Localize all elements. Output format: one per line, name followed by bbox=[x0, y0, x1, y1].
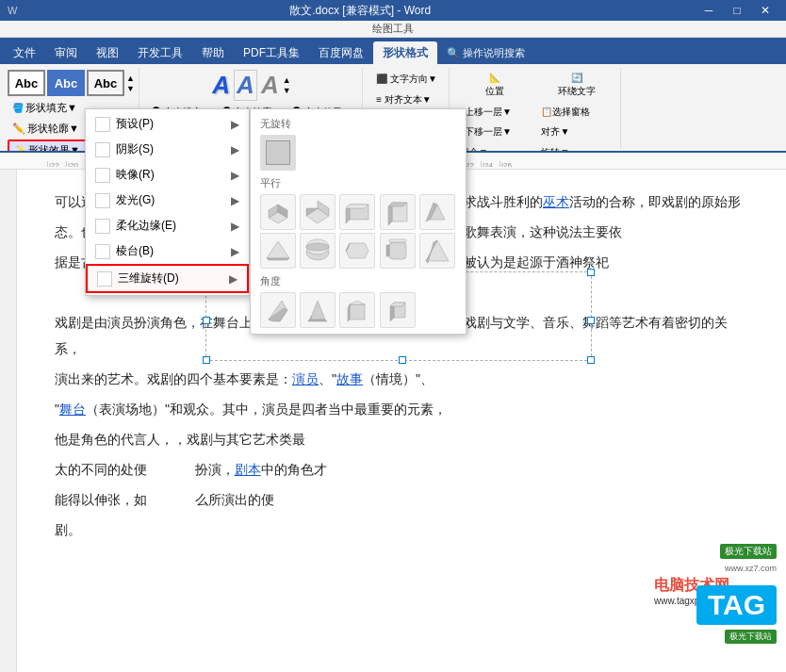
parallel-item-3[interactable] bbox=[339, 194, 375, 230]
wrap-text-btn[interactable]: 🔄 环绕文字 bbox=[536, 70, 616, 101]
arrange-buttons: 📐 位置 🔄 环绕文字 ↑上移一层▼ ↓下移一层▼ 📋选择窗格 对齐▼ 组合▼ … bbox=[455, 70, 616, 153]
rotation-arrow: ▶ bbox=[229, 272, 237, 286]
no-rotation-item[interactable] bbox=[260, 135, 296, 171]
tab-search[interactable]: 🔍 操作说明搜索 bbox=[437, 41, 534, 64]
para-10: 能得以伸张，如 么所演出的便 bbox=[55, 486, 748, 513]
art-text-a3[interactable]: A bbox=[261, 71, 279, 100]
handle-br[interactable] bbox=[587, 356, 595, 364]
align-btn[interactable]: 对齐▼ bbox=[536, 123, 616, 141]
art-scroll-up[interactable]: ▲ bbox=[283, 75, 291, 85]
text-direction-btn[interactable]: ⬛ 文字方向▼ bbox=[371, 70, 442, 89]
rotate-btn[interactable]: 旋转▼ bbox=[536, 143, 616, 153]
parallel-shape-10 bbox=[424, 238, 450, 264]
shape-samples-row: Abc Abc Abc ▲ ▼ bbox=[8, 70, 135, 96]
tab-developer[interactable]: 开发工具 bbox=[128, 41, 192, 64]
parallel-item-10[interactable] bbox=[419, 233, 455, 269]
parallel-shape-1 bbox=[265, 199, 291, 225]
shape-sample-3[interactable]: Abc bbox=[87, 70, 124, 96]
parallel-item-7[interactable] bbox=[300, 233, 336, 269]
close-button[interactable]: ✕ bbox=[752, 2, 778, 19]
preset-label: 预设(P) bbox=[116, 116, 154, 132]
link-actor[interactable]: 演员 bbox=[292, 371, 319, 386]
parallel-shape-2 bbox=[304, 199, 331, 225]
shape-sample-2[interactable]: Abc bbox=[47, 70, 85, 96]
art-text-a2[interactable]: A bbox=[234, 70, 257, 101]
angle-item-4[interactable] bbox=[380, 292, 416, 328]
menu-item-soft-edges[interactable]: 柔化边缘(E) ▶ bbox=[86, 213, 249, 238]
shape-sample-1[interactable]: Abc bbox=[8, 70, 45, 96]
link-story[interactable]: 故事 bbox=[336, 371, 363, 386]
tab-view[interactable]: 视图 bbox=[87, 41, 128, 64]
menu-item-rotation3d[interactable]: 三维旋转(D) ▶ bbox=[86, 264, 249, 293]
art-text-a1[interactable]: A bbox=[212, 71, 230, 100]
svg-marker-29 bbox=[308, 320, 327, 321]
link-script[interactable]: 剧本 bbox=[235, 462, 261, 477]
para-9: 太的不同的处便 扮演，剧本中的角色才 bbox=[55, 456, 748, 483]
bring-forward-btn[interactable]: ↑上移一层▼ bbox=[455, 103, 535, 122]
handle-tr[interactable] bbox=[587, 269, 595, 276]
tab-help[interactable]: 帮助 bbox=[192, 41, 234, 64]
tab-web[interactable]: 百度网盘 bbox=[309, 41, 373, 64]
bevel-arrow: ▶ bbox=[231, 245, 239, 258]
angle-shape-1 bbox=[265, 297, 291, 323]
restore-button[interactable]: □ bbox=[724, 2, 750, 19]
parallel-shape-3 bbox=[344, 199, 370, 225]
handle-bm[interactable] bbox=[399, 356, 406, 364]
effect-icon: ✨ bbox=[13, 144, 26, 153]
send-backward-btn[interactable]: ↓下移一层▼ bbox=[455, 123, 535, 141]
para-6: 演出来的艺术。戏剧的四个基本要素是：演员、"故事（情境）"、 bbox=[55, 366, 748, 392]
reflection-arrow: ▶ bbox=[231, 169, 239, 182]
menu-item-shadow[interactable]: 阴影(S) ▶ bbox=[86, 137, 249, 162]
rotation-check bbox=[97, 271, 112, 287]
parallel-label: 平行 bbox=[254, 172, 462, 192]
align-text-btn[interactable]: ≡ 对齐文本▼ bbox=[371, 90, 442, 109]
select-pane-btn[interactable]: 📋选择窗格 bbox=[536, 103, 616, 122]
angle-item-1[interactable] bbox=[260, 292, 296, 328]
parallel-item-2[interactable] bbox=[300, 194, 336, 230]
link-wizhu[interactable]: 巫术 bbox=[543, 194, 569, 209]
handle-bl[interactable] bbox=[203, 356, 210, 364]
parallel-item-6[interactable] bbox=[260, 233, 296, 269]
preset-check bbox=[95, 117, 110, 132]
group-btn[interactable]: 组合▼ bbox=[455, 143, 535, 153]
parallel-item-4[interactable] bbox=[380, 194, 416, 230]
position-btn[interactable]: 📐 位置 bbox=[455, 70, 535, 101]
menu-item-bevel[interactable]: 棱台(B) ▶ bbox=[86, 238, 249, 264]
angle-shape-2 bbox=[304, 297, 331, 323]
parallel-item-8[interactable] bbox=[339, 233, 375, 269]
tab-file[interactable]: 文件 bbox=[4, 41, 45, 64]
link-stage[interactable]: 舞台 bbox=[59, 402, 86, 417]
no-rotation-items bbox=[254, 133, 462, 172]
parallel-item-1[interactable] bbox=[260, 194, 296, 230]
menu-item-preset[interactable]: 预设(P) ▶ bbox=[86, 111, 249, 137]
rotation-label: 三维旋转(D) bbox=[118, 270, 179, 287]
bevel-label: 棱台(B) bbox=[116, 243, 154, 259]
minimize-button[interactable]: ─ bbox=[696, 2, 722, 19]
menu-item-reflection[interactable]: 映像(R) ▶ bbox=[86, 162, 249, 188]
tab-pdf[interactable]: PDF工具集 bbox=[234, 41, 309, 64]
angle-item-3[interactable] bbox=[339, 292, 375, 328]
handle-ml[interactable] bbox=[203, 317, 210, 324]
scroll-up[interactable]: ▲ bbox=[126, 74, 135, 83]
svg-rect-31 bbox=[350, 304, 365, 320]
word-icon: W bbox=[8, 5, 25, 16]
art-scroll-down[interactable]: ▼ bbox=[283, 86, 291, 95]
tag-label: TAG bbox=[696, 585, 777, 625]
angle-item-2[interactable] bbox=[300, 292, 336, 328]
para-8: 他是角色的代言人，，戏剧与其它艺术类最 bbox=[55, 426, 748, 452]
fill-icon: 🪣 bbox=[12, 103, 24, 113]
menu-item-glow[interactable]: 发光(G) ▶ bbox=[86, 188, 249, 213]
parallel-shape-8 bbox=[344, 238, 370, 264]
svg-rect-21 bbox=[389, 242, 406, 259]
parallel-item-9[interactable] bbox=[380, 233, 416, 269]
para-7: "舞台（表演场地）"和观众。其中，演员是四者当中最重要的元素， bbox=[55, 396, 748, 422]
svg-point-18 bbox=[306, 243, 329, 251]
handle-mr[interactable] bbox=[587, 317, 595, 324]
tab-format[interactable]: 形状格式 bbox=[373, 41, 437, 64]
soft-check bbox=[95, 219, 110, 234]
parallel-item-5[interactable] bbox=[419, 194, 455, 230]
scroll-down[interactable]: ▼ bbox=[126, 84, 135, 93]
parallel-shape-7 bbox=[304, 238, 331, 264]
tab-review[interactable]: 审阅 bbox=[45, 41, 87, 64]
ruler-mark: |20 bbox=[66, 161, 85, 167]
